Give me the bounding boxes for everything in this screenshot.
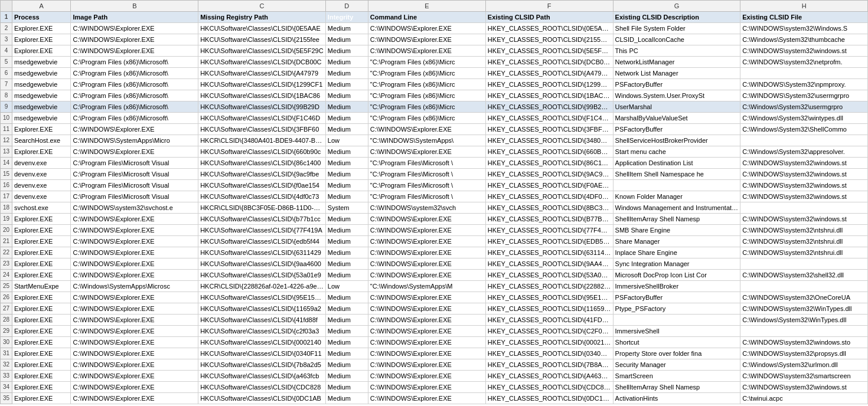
cell-r6-c2[interactable]: C:\Program Files (x86)\Microsoft\	[71, 68, 198, 79]
cell-r29-c8[interactable]	[740, 326, 868, 337]
cell-r17-c2[interactable]: C:\Program Files\Microsoft Visual	[71, 191, 198, 202]
cell-r30-c6[interactable]: HKEY_CLASSES_ROOT\CLSID\{00021 Shortcut	[485, 337, 613, 348]
cell-r12-c8[interactable]	[740, 135, 868, 146]
cell-r5-c7[interactable]: NetworkListManager	[613, 57, 740, 68]
cell-r20-c1[interactable]: Explorer.EXE	[12, 225, 71, 236]
cell-r34-c8[interactable]: C:\WINDOWS\system32\windows.st	[740, 382, 868, 393]
cell-r2-c8[interactable]: C:\WINDOWS\system32\Windows.S	[740, 23, 868, 34]
cell-r27-c3[interactable]: HKCU\Software\Classes\CLSID\{11659a2	[198, 303, 326, 315]
cell-r5-c6[interactable]: HKEY_CLASSES_ROOT\CLSID\{DCB0C NetworkLi…	[485, 57, 613, 68]
cell-r9-c8[interactable]: C:\Windows\System32\usermgrpro	[740, 102, 868, 113]
cell-r4-c2[interactable]: C:\WINDOWS\Explorer.EXE	[71, 45, 198, 57]
header-cell-2[interactable]: Image Path	[71, 12, 198, 23]
cell-r11-c8[interactable]: C:\Windows\System32\ShellCommo	[740, 124, 868, 135]
cell-r35-c1[interactable]: Explorer.EXE	[12, 393, 71, 404]
cell-r15-c6[interactable]: HKEY_CLASSES_ROOT\CLSID\{9AC9F ShellItem…	[485, 169, 613, 180]
cell-r23-c4[interactable]: Medium	[325, 258, 368, 270]
cell-r23-c7[interactable]: Sync Integration Manager	[613, 258, 740, 270]
cell-r5-c3[interactable]: HKCU\Software\Classes\CLSID\{DCB00C	[198, 57, 326, 68]
cell-r30-c3[interactable]: HKCU\Software\Classes\CLSID\{0002140	[198, 337, 326, 348]
cell-r30-c5[interactable]: C:\WINDOWS\Explorer.EXE	[368, 337, 485, 348]
cell-r13-c5[interactable]: C:\WINDOWS\Explorer.EXE	[368, 146, 485, 158]
cell-r3-c2[interactable]: C:\WINDOWS\Explorer.EXE	[71, 34, 198, 45]
cell-r29-c6[interactable]: HKEY_CLASSES_ROOT\CLSID\{C2F03 Immersive…	[485, 326, 613, 337]
header-cell-8[interactable]: Existing CLSID File	[740, 12, 868, 23]
cell-r9-c1[interactable]: msedgewebvie	[12, 102, 71, 113]
cell-r26-c8[interactable]: C:\WINDOWS\system32\OneCoreUA	[740, 292, 868, 303]
cell-r16-c1[interactable]: devenv.exe	[12, 180, 71, 191]
cell-r7-c6[interactable]: HKEY_CLASSES_ROOT\CLSID\{1299C PSFactory…	[485, 79, 613, 90]
cell-r25-c8[interactable]	[740, 281, 868, 292]
cell-r24-c3[interactable]: HKCU\Software\Classes\CLSID\{53a01e9	[198, 270, 326, 281]
col-header-b[interactable]: B	[71, 1, 198, 12]
col-header-f[interactable]: F	[485, 1, 613, 12]
cell-r22-c8[interactable]: C:\WINDOWS\system32\ntshrui.dll	[740, 247, 868, 258]
cell-r2-c4[interactable]: Medium	[325, 23, 368, 34]
col-header-g[interactable]: G	[613, 1, 740, 12]
cell-r29-c4[interactable]: Medium	[325, 326, 368, 337]
cell-r5-c1[interactable]: msedgewebvie	[12, 57, 71, 68]
cell-r26-c1[interactable]: Explorer.EXE	[12, 292, 71, 303]
cell-r21-c8[interactable]: C:\WINDOWS\system32\ntshrui.dll	[740, 236, 868, 247]
cell-r2-c7[interactable]: Shell File System Folder	[613, 23, 740, 34]
cell-r17-c6[interactable]: HKEY_CLASSES_ROOT\CLSID\{4DF0C Known Fol…	[485, 191, 613, 202]
cell-r25-c1[interactable]: StartMenuExpe	[12, 281, 71, 292]
cell-r20-c5[interactable]: C:\WINDOWS\Explorer.EXE	[368, 225, 485, 236]
cell-r7-c8[interactable]: C:\WINDOWS\System32\npmproxy.	[740, 79, 868, 90]
cell-r30-c1[interactable]: Explorer.EXE	[12, 337, 71, 348]
cell-r16-c6[interactable]: HKEY_CLASSES_ROOT\CLSID\{F0AE1542-F497-4…	[485, 180, 613, 191]
cell-r30-c8[interactable]: C:\WINDOWS\system32\windows.sto	[740, 337, 868, 348]
cell-r24-c7[interactable]: Microsoft DocProp Icon List Cor	[613, 270, 740, 281]
cell-r7-c4[interactable]: Medium	[325, 79, 368, 90]
cell-r8-c4[interactable]: Medium	[325, 90, 368, 102]
cell-r8-c5[interactable]: "C:\Program Files (x86)\Micrc	[368, 90, 485, 102]
cell-r19-c8[interactable]: C:\WINDOWS\system32\windows.st	[740, 214, 868, 225]
cell-r5-c2[interactable]: C:\Program Files (x86)\Microsoft\	[71, 57, 198, 68]
cell-r35-c4[interactable]: Medium	[325, 393, 368, 404]
cell-r27-c6[interactable]: HKEY_CLASSES_ROOT\CLSID\{11659. Ptype_PS…	[485, 303, 613, 315]
cell-r25-c4[interactable]: Low	[325, 281, 368, 292]
cell-r2-c5[interactable]: C:\WINDOWS\Explorer.EXE	[368, 23, 485, 34]
cell-r11-c4[interactable]: Medium	[325, 124, 368, 135]
cell-r22-c1[interactable]: Explorer.EXE	[12, 247, 71, 258]
cell-r10-c6[interactable]: HKEY_CLASSES_ROOT\CLSID\{F1C46 MarshalBy…	[485, 113, 613, 124]
cell-r22-c5[interactable]: C:\WINDOWS\Explorer.EXE	[368, 247, 485, 258]
cell-r17-c4[interactable]: Medium	[325, 191, 368, 202]
cell-r26-c7[interactable]: PSFactoryBuffer	[613, 292, 740, 303]
cell-r13-c6[interactable]: HKEY_CLASSES_ROOT\CLSID\{660B9 Start men…	[485, 146, 613, 158]
cell-r31-c4[interactable]: Medium	[325, 348, 368, 359]
cell-r28-c6[interactable]: HKEY_CLASSES_ROOT\CLSID\{41FD88F7-F295-4…	[485, 315, 613, 326]
cell-r7-c2[interactable]: C:\Program Files (x86)\Microsoft\	[71, 79, 198, 90]
cell-r16-c2[interactable]: C:\Program Files\Microsoft Visual	[71, 180, 198, 191]
cell-r33-c3[interactable]: HKCU\Software\Classes\CLSID\{a463fcb	[198, 371, 326, 382]
col-header-e[interactable]: E	[368, 1, 485, 12]
cell-r9-c4[interactable]: Medium	[325, 102, 368, 113]
cell-r19-c6[interactable]: HKEY_CLASSES_ROOT\CLSID\{B77B1 ShellItem…	[485, 214, 613, 225]
cell-r14-c1[interactable]: devenv.exe	[12, 158, 71, 169]
cell-r20-c7[interactable]: SMB Share Engine	[613, 225, 740, 236]
cell-r23-c5[interactable]: C:\WINDOWS\Explorer.EXE	[368, 258, 485, 270]
cell-r31-c3[interactable]: HKCU\Software\Classes\CLSID\{0340F11	[198, 348, 326, 359]
cell-r24-c5[interactable]: C:\WINDOWS\Explorer.EXE	[368, 270, 485, 281]
cell-r35-c6[interactable]: HKEY_CLASSES_ROOT\CLSID\{0DC1A Activatio…	[485, 393, 613, 404]
cell-r35-c7[interactable]: ActivationHints	[613, 393, 740, 404]
cell-r10-c8[interactable]: C:\Windows\System32\wintypes.dll	[740, 113, 868, 124]
cell-r28-c1[interactable]: Explorer.EXE	[12, 315, 71, 326]
cell-r34-c6[interactable]: HKEY_CLASSES_ROOT\CLSID\{CDC82 ShellItem…	[485, 382, 613, 393]
cell-r15-c2[interactable]: C:\Program Files\Microsoft Visual	[71, 169, 198, 180]
cell-r23-c8[interactable]	[740, 258, 868, 270]
cell-r12-c1[interactable]: SearchHost.exe	[12, 135, 71, 146]
cell-r27-c8[interactable]: C:\WINDOWS\system32\WinTypes.dll	[740, 303, 868, 315]
cell-r3-c1[interactable]: Explorer.EXE	[12, 34, 71, 45]
cell-r17-c5[interactable]: "C:\Program Files\Microsoft \	[368, 191, 485, 202]
cell-r11-c1[interactable]: Explorer.EXE	[12, 124, 71, 135]
cell-r29-c1[interactable]: Explorer.EXE	[12, 326, 71, 337]
header-cell-1[interactable]: Process	[12, 12, 71, 23]
cell-r30-c7[interactable]: Shortcut	[613, 337, 740, 348]
cell-r12-c7[interactable]: ShellServiceHostBrokerProvider	[613, 135, 740, 146]
cell-r8-c8[interactable]: C:\WINDOWS\System32\usermgrpro	[740, 90, 868, 102]
cell-r9-c2[interactable]: C:\Program Files (x86)\Microsoft\	[71, 102, 198, 113]
col-header-c[interactable]: C	[198, 1, 326, 12]
cell-r12-c6[interactable]: HKEY_CLASSES_ROOT\CLSID\{3480A ShellServ…	[485, 135, 613, 146]
col-header-d[interactable]: D	[325, 1, 368, 12]
